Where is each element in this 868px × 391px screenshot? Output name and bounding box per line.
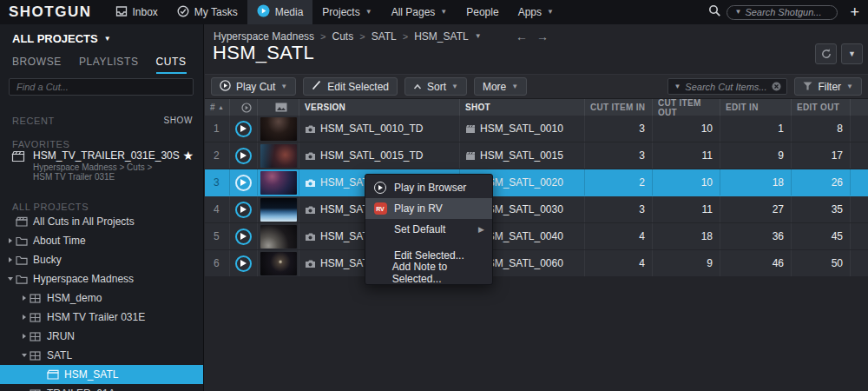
nav-item-people[interactable]: People [457, 0, 508, 24]
folder-icon [16, 236, 33, 246]
table-row[interactable]: 2 HSM_SATL_0015_TD HSM_SATL_0015 3 11 9 … [205, 142, 868, 169]
shot-name[interactable]: HSM_SATL_0015 [480, 149, 563, 162]
tree-item-hsm-satl-selected[interactable]: HSM_SATL [0, 365, 203, 384]
nav-item-projects[interactable]: Projects ▼ [312, 0, 381, 24]
shot-name[interactable]: HSM_SATL_0010 [480, 123, 563, 135]
version-name[interactable]: HSM_SATL_0015_TD [320, 149, 424, 162]
table-row[interactable]: 1 HSM_SATL_0010_TD HSM_SATL_0010 3 10 1 … [205, 116, 868, 142]
cuts-grid-icon [30, 313, 47, 322]
clear-search-icon[interactable] [772, 79, 781, 95]
show-recent-button[interactable]: SHOW [163, 116, 193, 125]
add-new-button[interactable]: + [850, 4, 859, 20]
chevron-down-icon: ▼ [511, 83, 518, 90]
breadcrumb-item[interactable]: SATL [372, 30, 397, 43]
version-thumbnail[interactable] [260, 252, 297, 275]
column-header-cut-item-in[interactable]: CUT ITEM IN [585, 99, 653, 116]
column-header-edit-out[interactable]: EDIT OUT [792, 99, 851, 116]
breadcrumb-item[interactable]: Hyperspace Madness [214, 30, 314, 43]
breadcrumb-item-current[interactable]: HSM_SATL [414, 30, 468, 43]
edit-in-value: 9 [720, 142, 792, 169]
filter-button[interactable]: Filter ▼ [794, 77, 862, 96]
clapperboard-icon [465, 124, 476, 134]
version-thumbnail[interactable] [260, 198, 297, 222]
nav-item-inbox[interactable]: Inbox [106, 0, 168, 24]
version-thumbnail[interactable] [260, 225, 297, 249]
tree-item-bucky[interactable]: Bucky [0, 250, 203, 269]
table-row[interactable]: 5 HSM_SATL_ HSM_SATL_0040 4 18 36 45 [205, 223, 868, 250]
play-version-button[interactable] [235, 175, 252, 191]
search-icon[interactable] [708, 4, 721, 21]
shotgun-logo[interactable]: SHOTGUN [0, 3, 106, 21]
tree-item-jrun[interactable]: JRUN [0, 327, 203, 346]
version-name[interactable]: HSM_SATL_0010_TD [320, 123, 424, 135]
chevron-down-icon[interactable]: ▼ [674, 83, 681, 90]
cut-items-search-input[interactable] [685, 82, 767, 92]
tree-item-all-cuts[interactable]: All Cuts in All Projects [0, 212, 203, 231]
forward-arrow-icon[interactable]: → [536, 30, 549, 43]
cut-item-in-value: 3 [585, 116, 653, 142]
tab-cuts[interactable]: CUTS [156, 56, 187, 74]
nav-item-my-tasks[interactable]: My Tasks [168, 0, 247, 24]
edit-out-value: 8 [792, 116, 851, 142]
chevron-down-icon[interactable]: ▼ [734, 9, 741, 16]
nav-label: People [466, 6, 498, 18]
menu-item-play-in-browser[interactable]: Play in Browser [365, 177, 492, 198]
tree-item-satl[interactable]: SATL [0, 346, 203, 365]
play-version-button[interactable] [235, 148, 252, 164]
menu-item-set-default[interactable]: Set Default ▶ [365, 219, 492, 240]
tab-browse[interactable]: BROWSE [12, 56, 62, 74]
nav-label: My Tasks [194, 6, 238, 18]
play-version-button[interactable] [235, 121, 252, 137]
nav-item-apps[interactable]: Apps ▼ [509, 0, 563, 24]
camera-icon [305, 205, 316, 215]
cut-items-search-box[interactable]: ▼ [667, 78, 787, 95]
version-thumbnail[interactable] [260, 117, 297, 141]
play-version-button[interactable] [235, 202, 252, 218]
tree-item-hsm-tv-trailer[interactable]: HSM TV Trailer 031E [0, 308, 203, 327]
sort-button[interactable]: Sort ▼ [404, 77, 467, 96]
back-arrow-icon[interactable]: ← [516, 30, 528, 43]
chevron-down-icon: ▼ [846, 83, 853, 90]
column-header-play[interactable] [230, 99, 258, 116]
nav-item-all-pages[interactable]: All Pages ▼ [382, 0, 457, 24]
play-cut-button[interactable]: Play Cut ▼ [211, 77, 296, 96]
version-thumbnail[interactable] [260, 144, 297, 168]
refresh-button[interactable] [815, 43, 837, 64]
button-label: More [483, 81, 506, 93]
play-version-button[interactable] [235, 229, 252, 245]
toolbar-right-group: ▼ Filter ▼ [667, 77, 862, 96]
find-cut-input[interactable] [9, 78, 194, 96]
table-row-selected[interactable]: 3 HSM_SATL_ HSM_SATL_0020 2 10 18 26 [205, 169, 868, 196]
favorite-star-icon[interactable]: ★ [182, 149, 194, 162]
column-header-number[interactable]: #▲ [205, 99, 230, 116]
global-search-input[interactable] [745, 7, 830, 17]
tree-item-hyperspace-madness[interactable]: Hyperspace Madness [0, 269, 203, 288]
version-thumbnail[interactable] [260, 171, 297, 195]
tree-item-label: Hyperspace Madness [33, 273, 134, 285]
column-header-edit-in[interactable]: EDIT IN [720, 99, 792, 116]
menu-item-add-note-to-selected[interactable]: Add Note to Selected... [365, 264, 492, 282]
cuts-grid-icon [30, 332, 47, 341]
header-dropdown-button[interactable]: ▼ [841, 43, 863, 64]
chevron-down-icon[interactable]: ▼ [475, 33, 482, 40]
project-selector[interactable]: ALL PROJECTS ▼ [12, 32, 111, 45]
tree-item-about-time[interactable]: About Time [0, 231, 203, 250]
tab-playlists[interactable]: PLAYLISTS [79, 56, 139, 74]
breadcrumb-item[interactable]: Cuts [332, 30, 354, 43]
nav-item-media[interactable]: Media [247, 0, 313, 24]
column-header-shot[interactable]: SHOT [460, 99, 585, 116]
column-header-cut-item-out[interactable]: CUT ITEM OUT [653, 99, 720, 116]
more-button[interactable]: More ▼ [474, 77, 527, 96]
edit-selected-button[interactable]: Edit Selected [303, 77, 398, 96]
menu-item-play-in-rv[interactable]: RV Play in RV [365, 198, 492, 219]
global-search-box[interactable]: ▼ [727, 5, 838, 20]
play-version-button[interactable] [235, 255, 252, 272]
cut-item-out-value: 11 [653, 196, 720, 222]
table-row[interactable]: 6 HSM_SATL_ HSM_SATL_0060 4 9 46 50 [205, 250, 868, 277]
column-header-version[interactable]: VERSION [299, 99, 460, 116]
tree-item-trailer-01a[interactable]: TRAILER_01A [0, 384, 203, 391]
tree-item-hsm-demo[interactable]: HSM_demo [0, 288, 203, 308]
column-header-thumbnail[interactable] [258, 99, 299, 116]
folder-icon [16, 275, 33, 284]
table-row[interactable]: 4 HSM_SATL_ HSM_SATL_0030 3 11 27 35 [205, 196, 868, 223]
